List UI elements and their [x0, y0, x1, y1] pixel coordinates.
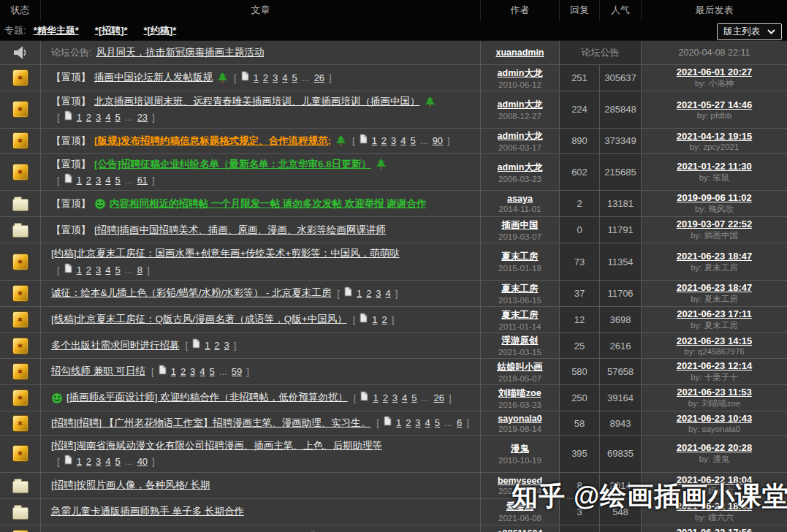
author-link[interactable]: 爱绘画 — [506, 501, 534, 513]
page-link[interactable]: 5 — [115, 262, 121, 278]
author-link[interactable]: admin大龙 — [498, 99, 543, 111]
last-post-date-link[interactable]: 2021-06-23 10:43 — [677, 413, 752, 424]
author-link[interactable]: 漫鬼 — [511, 443, 529, 455]
page-link[interactable]: 2 — [86, 110, 91, 125]
thread-title-link[interactable]: 多个出版社需求同时进行招募 — [51, 338, 180, 354]
last-post-date-link[interactable]: 2021-06-22 20:28 — [677, 442, 752, 453]
page-link[interactable]: 1 — [77, 172, 82, 188]
filter-link-hiring[interactable]: *[招聘]* — [95, 24, 128, 37]
page-link[interactable]: 1 — [77, 454, 82, 469]
page-link[interactable]: 3 — [96, 172, 101, 188]
page-link[interactable]: 5 — [292, 70, 297, 86]
thread-title-link[interactable]: 急需儿童卡通版插画师熟手 单子多 长期合作 — [51, 503, 244, 520]
page-link[interactable]: 3 — [273, 70, 278, 86]
page-link[interactable]: 2 — [180, 364, 186, 379]
author-link[interactable]: 插画中国 — [502, 219, 539, 232]
last-post-date-link[interactable]: 2021-04-12 19:15 — [677, 131, 752, 142]
page-link[interactable]: 4 — [105, 110, 110, 125]
page-link[interactable]: 26 — [314, 70, 324, 86]
author-link[interactable]: bemyseed — [498, 476, 542, 486]
last-post-date-link[interactable]: 2021-06-22 17:56 — [677, 527, 752, 532]
last-post-date-link[interactable]: 2021-01-22 11:30 — [677, 161, 752, 172]
thread-title-link[interactable]: 内容相同相近的招聘帖 一个月限发一帖 请勿多次发帖 欢迎举报 谢谢合作 — [110, 196, 427, 212]
filter-link-digest[interactable]: *精华主题* — [34, 24, 79, 37]
page-link[interactable]: 6 — [457, 415, 462, 430]
page-link[interactable]: 2 — [86, 454, 91, 469]
page-link[interactable]: 1 — [373, 390, 378, 406]
page-link[interactable]: 4 — [105, 262, 110, 278]
thread-title-link[interactable]: [招聘]插画中国招聘美术、插画、原画、漫画、水彩等绘画网课讲师 — [94, 222, 386, 238]
page-link[interactable]: 61 — [137, 172, 148, 188]
last-post-date-link[interactable]: 2019-03-07 22:52 — [677, 218, 752, 229]
last-post-date-link[interactable]: 2021-06-23 17:11 — [677, 308, 752, 319]
author-link[interactable]: admin大龙 — [498, 130, 543, 142]
page-link[interactable]: 26 — [433, 390, 444, 406]
page-link[interactable]: 2 — [214, 338, 219, 353]
thread-title-link[interactable]: [公告]招聘征稿企业纠纷名单（最新名单：北京华审6.8日更新） — [94, 156, 371, 172]
page-link[interactable]: 5 — [115, 172, 121, 188]
column-header-author[interactable]: 作者 — [480, 0, 559, 20]
page-link[interactable]: 23 — [137, 110, 148, 125]
author-link[interactable]: xuanadmin — [496, 48, 544, 58]
author-link[interactable]: 夏末工房 — [502, 251, 539, 263]
page-link[interactable]: 5 — [115, 454, 121, 469]
page-link[interactable]: 8 — [137, 262, 142, 278]
thread-title-link[interactable]: [招聘][招聘] 【广州老花物语工作室】招聘漫画主笔、漫画助理、实习生。 — [51, 415, 370, 431]
page-link[interactable]: 4 — [282, 70, 287, 86]
page-link[interactable]: 1 — [205, 338, 210, 353]
page-link[interactable]: 2 — [382, 312, 387, 327]
page-link[interactable]: 2 — [366, 286, 371, 301]
announcement-link[interactable]: 风月同天，抗击新冠病毒插画主题活动 — [96, 45, 265, 61]
author-link[interactable]: 夏末工房 — [502, 283, 539, 295]
page-link[interactable]: 4 — [400, 133, 406, 148]
thread-title-link[interactable]: [招聘]湖南省海斌动漫文化有限公司招聘漫画、插画主笔、上色、后期助理等 — [51, 438, 382, 454]
author-link[interactable]: 刘喵喵zoe — [498, 387, 541, 400]
last-post-date-link[interactable]: 2019-09-06 11:02 — [677, 192, 752, 203]
last-post-date-link[interactable]: 2021-06-23 14:15 — [677, 335, 752, 346]
column-header-views[interactable]: 人气 — [599, 0, 641, 20]
page-link[interactable]: 2 — [86, 172, 91, 188]
column-header-article[interactable]: 文章 — [40, 0, 480, 20]
page-link[interactable]: 1 — [254, 70, 259, 86]
last-post-date-link[interactable]: 2021-06-22 18:03 — [677, 501, 752, 512]
page-link[interactable]: 1 — [171, 364, 176, 379]
page-link[interactable]: 2 — [383, 390, 388, 406]
page-link[interactable]: 2 — [406, 415, 411, 430]
thread-title-link[interactable]: [插画师&平面设计师] 欢迎约稿合作（非招聘帖，低价预算勿扰） — [66, 390, 348, 406]
last-post-date-link[interactable]: 2021-06-22 18:04 — [677, 474, 752, 485]
author-link[interactable]: 姑娘叫小画 — [497, 361, 543, 373]
page-link[interactable]: 2 — [381, 133, 387, 148]
page-link[interactable]: 2 — [86, 262, 91, 278]
column-header-lastpost[interactable]: 最后发表 — [641, 0, 787, 20]
page-link[interactable]: 5 — [210, 364, 215, 379]
page-link[interactable]: 1 — [357, 286, 362, 301]
last-post-date-link[interactable]: 2021-06-23 18:47 — [677, 251, 752, 262]
author-link[interactable]: admin大龙 — [498, 67, 543, 80]
page-link[interactable]: 5 — [411, 133, 416, 148]
thread-title-link[interactable]: 诚征：绘本&儿插上色（彩铅/蜡笔/水粉/水彩等） - 北京夏末工房 — [51, 285, 331, 301]
page-link[interactable]: 4 — [105, 172, 110, 188]
column-header-replies[interactable]: 回复 — [559, 0, 599, 20]
column-header-status[interactable]: 状态 — [0, 0, 40, 20]
page-link[interactable]: 1 — [372, 312, 377, 327]
page-link[interactable]: 4 — [105, 454, 110, 469]
page-link[interactable]: 3 — [224, 338, 229, 353]
author-link[interactable]: 浮游原创 — [502, 335, 539, 347]
last-post-date-link[interactable]: 2021-06-23 11:53 — [677, 387, 752, 398]
page-link[interactable]: 40 — [137, 454, 148, 469]
author-link[interactable]: admin大龙 — [498, 162, 543, 174]
thread-title-link[interactable]: [线稿]北京夏末工房征：Q版古风/漫画名著（成语等，Q版+中国风） — [51, 311, 347, 327]
moderator-list-select[interactable]: 版主列表 — [717, 23, 782, 40]
last-post-date-link[interactable]: 2021-06-23 12:14 — [677, 360, 752, 371]
page-link[interactable]: 3 — [96, 454, 101, 469]
page-link[interactable]: 3 — [190, 364, 195, 379]
thread-title-link[interactable]: 招勾线师 兼职 可日结 — [51, 363, 145, 379]
page-link[interactable]: 3 — [96, 110, 101, 125]
thread-title-link[interactable]: 插画中国论坛新人发帖版规 — [94, 69, 213, 86]
page-link[interactable]: 5 — [411, 390, 417, 406]
page-link[interactable]: 3 — [376, 286, 381, 301]
page-link[interactable]: 3 — [415, 415, 420, 430]
last-post-date-link[interactable]: 2021-06-23 18:47 — [677, 282, 752, 293]
page-link[interactable]: 4 — [199, 364, 205, 379]
page-link[interactable]: 1 — [77, 262, 82, 278]
